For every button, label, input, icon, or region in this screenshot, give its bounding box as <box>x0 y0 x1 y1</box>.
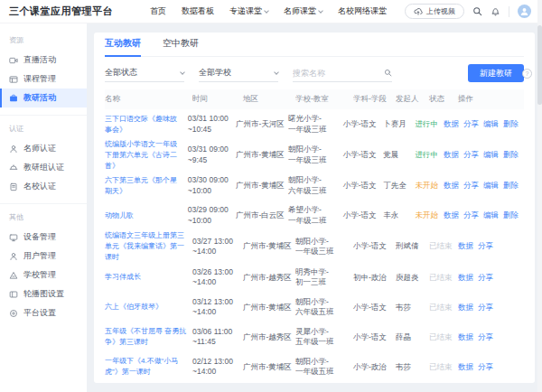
action-share[interactable]: 分享 <box>478 273 493 283</box>
sidebar-item[interactable]: 轮播图设置 <box>0 285 87 303</box>
sidebar-item[interactable]: 教研活动 <box>0 89 87 107</box>
upload-video-button[interactable]: 上传视频 <box>405 4 464 19</box>
row-name-link[interactable]: 学习伴成长 <box>105 273 141 281</box>
row-region: 广州市-黄埔区 <box>243 241 295 251</box>
nav-item[interactable]: 专递课堂 <box>229 5 268 17</box>
sidebar-item[interactable]: 学校管理 <box>0 266 87 285</box>
nav-item[interactable]: 名校网络课堂 <box>338 5 387 17</box>
status-filter-select[interactable]: 全部状态 <box>105 64 184 82</box>
nav-item[interactable]: 数据看板 <box>182 5 214 17</box>
course-manage-icon <box>9 75 18 84</box>
action-edit[interactable]: 编辑 <box>483 181 499 191</box>
row-name-link[interactable]: 一年级下《4.不做“小马虎”》第一课时 <box>105 357 178 376</box>
action-share[interactable]: 分享 <box>478 303 493 313</box>
sidebar-item-label: 学校管理 <box>23 269 56 281</box>
action-delete[interactable]: 删除 <box>503 210 519 220</box>
nav-item-label: 专递课堂 <box>229 5 262 17</box>
row-actions: 数据分享编辑删除 <box>444 150 524 160</box>
action-data[interactable]: 数据 <box>458 362 473 372</box>
action-share[interactable]: 分享 <box>463 210 479 220</box>
row-subject: 小学-语文 <box>343 150 384 160</box>
row-name-link[interactable]: 六上《伯牙鼓琴》 <box>105 303 163 311</box>
sidebar-item[interactable]: 教研组认证 <box>0 158 87 177</box>
search-icon[interactable] <box>472 6 482 16</box>
tab-active[interactable]: 互动教研 <box>105 37 141 56</box>
row-time: 03/29 09:00 ~10:00 <box>188 205 236 226</box>
action-data[interactable]: 数据 <box>458 332 473 342</box>
row-school: 明秀中学- 初一三班 <box>295 267 353 288</box>
row-actions: 数据分享 <box>458 273 524 283</box>
row-region: 广州市-白云区 <box>236 210 288 220</box>
row-name-link[interactable]: 三下口语交际《趣味故事会》 <box>105 115 177 134</box>
row-name-link[interactable]: 统编语文三年级上册第三单元《我来编童话》第一课时 <box>105 231 184 261</box>
sidebar-item[interactable]: 用户管理 <box>0 247 87 266</box>
action-data[interactable]: 数据 <box>444 119 459 129</box>
action-share[interactable]: 分享 <box>463 150 479 160</box>
nav-item[interactable]: 名师课堂 <box>284 5 322 17</box>
row-name-link[interactable]: 六下第三单元《那个星期天》 <box>105 176 177 195</box>
action-data[interactable]: 数据 <box>458 303 473 313</box>
new-research-button[interactable]: 新建教研 <box>468 64 524 82</box>
chevron-down-icon <box>274 70 279 75</box>
action-share[interactable]: 分享 <box>478 332 493 342</box>
group-cert-icon <box>9 163 18 173</box>
row-school: 朝阳小学- 一年级三班 <box>295 237 353 257</box>
row-initiator: 党晨 <box>383 150 415 160</box>
avatar[interactable] <box>518 5 531 18</box>
scrollbar[interactable] <box>537 0 542 392</box>
action-share[interactable]: 分享 <box>478 362 493 372</box>
status-filter-value: 全部状态 <box>105 67 137 79</box>
action-edit[interactable]: 编辑 <box>483 210 499 220</box>
row-school: 希望小学- 一年级二班 <box>288 205 343 226</box>
row-time: 03/12 13:00 ~14:00 <box>192 297 243 318</box>
row-school: 朝阳小学- 一年级三班 <box>288 145 343 165</box>
table-row: 三下口语交际《趣味故事会》03/31 10:00 ~10:45广州市-天河区曙光… <box>105 109 524 139</box>
action-edit[interactable]: 编辑 <box>483 119 499 129</box>
row-region: 广州市-越秀区 <box>243 332 295 342</box>
action-data[interactable]: 数据 <box>458 273 473 283</box>
search-input[interactable] <box>293 69 380 78</box>
chevron-down-icon <box>264 8 269 14</box>
action-delete[interactable]: 删除 <box>503 119 519 129</box>
action-delete[interactable]: 删除 <box>503 150 519 160</box>
action-delete[interactable]: 删除 <box>503 181 519 191</box>
sidebar-item[interactable]: 课程管理 <box>0 70 87 89</box>
school-filter-select[interactable]: 全部学校 <box>199 64 278 82</box>
bell-icon[interactable] <box>491 6 500 16</box>
row-initiator: 刑斌倩 <box>396 241 429 251</box>
row-name-link[interactable]: 动物儿歌 <box>105 211 134 219</box>
action-share[interactable]: 分享 <box>478 241 493 251</box>
row-initiator: 薛晶 <box>396 332 429 342</box>
action-data[interactable]: 数据 <box>444 150 459 160</box>
platform-settings-icon <box>9 309 18 318</box>
action-edit[interactable]: 编辑 <box>483 150 499 160</box>
sidebar-item[interactable]: 平台设置 <box>0 303 87 322</box>
action-data[interactable]: 数据 <box>444 210 459 220</box>
research-activity-icon <box>9 94 18 103</box>
search-box <box>293 64 392 82</box>
action-share[interactable]: 分享 <box>463 119 479 129</box>
tab-inactive[interactable]: 空中教研 <box>163 37 199 56</box>
row-name-link[interactable]: 统编版小学语文一年级下册第六单元《古诗二首》 <box>105 140 177 170</box>
row-name-link[interactable]: 五年级《不甘屈辱 奋勇抗争》第三课时 <box>105 327 186 346</box>
sidebar-item[interactable]: 名校认证 <box>0 177 87 196</box>
nav-item[interactable]: 首页 <box>150 5 166 17</box>
nav-item-label: 首页 <box>150 5 166 17</box>
help-icon[interactable]: ? <box>522 69 532 79</box>
table-row: 六下第三单元《那个星期天》03/30 09:00 ~10:00广州市-黄埔区朝阳… <box>105 171 524 201</box>
action-data[interactable]: 数据 <box>458 241 473 251</box>
scrollbar-thumb[interactable] <box>537 25 542 105</box>
sidebar-item[interactable]: 名师认证 <box>0 139 87 158</box>
school-filter-value: 全部学校 <box>199 67 231 79</box>
action-share[interactable]: 分享 <box>463 181 479 191</box>
column-header: 学科-学段 <box>353 94 396 104</box>
sidebar-section: 资源直播活动课程管理教研活动 <box>0 27 87 116</box>
sidebar-item[interactable]: 设备管理 <box>0 228 87 247</box>
sidebar-item[interactable]: 直播活动 <box>0 51 87 70</box>
row-initiator: 卜赛月 <box>383 119 415 129</box>
search-icon[interactable] <box>384 69 392 77</box>
carousel-settings-icon <box>9 290 18 299</box>
table-row: 统编版小学语文一年级下册第六单元《古诗二首》03/31 09:00 ~9:45广… <box>105 139 524 171</box>
nav-item-label: 数据看板 <box>182 5 214 17</box>
action-data[interactable]: 数据 <box>444 181 459 191</box>
